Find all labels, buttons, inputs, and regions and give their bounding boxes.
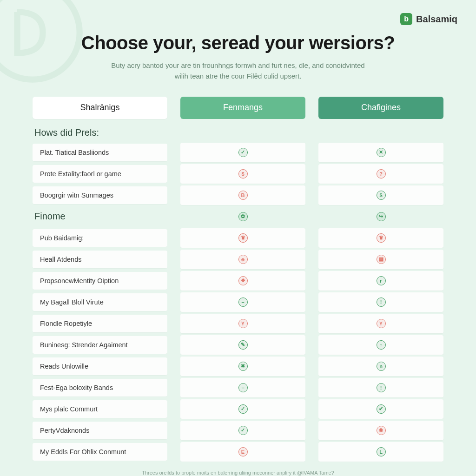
feature-row: Pub Baidamig:♛♛	[33, 228, 443, 248]
feature-status-cell: ✓	[180, 421, 305, 440]
crown-icon: ♛	[238, 233, 248, 243]
check2-icon: ✔	[377, 404, 386, 414]
feature-status-cell: !	[318, 292, 443, 312]
feature-status-cell: –	[180, 378, 305, 397]
tab-shalranigs[interactable]: Shalränigs	[33, 97, 167, 119]
feature-status-cell: E	[180, 442, 305, 462]
feature-row: Prote Extality:faorl or game$?	[33, 164, 443, 184]
e-icon: E	[238, 447, 248, 456]
tab-fenmangs[interactable]: Fenmangs	[180, 97, 305, 119]
feature-label: My Eddls For Ohlix Conmunt	[33, 443, 167, 461]
bang-icon: !	[377, 383, 386, 392]
r-icon: r	[377, 276, 386, 285]
feature-status-cell: ☻	[180, 250, 305, 269]
face-icon: ☻	[238, 255, 248, 264]
feature-label: PertyVdaknonds	[33, 422, 167, 439]
feature-status-cell: ❖	[180, 271, 305, 291]
feature-row: PertyVdaknonds✓❀	[33, 421, 443, 440]
x2-icon: ✖	[238, 362, 248, 371]
feature-row: My Eddls For Ohlix ConmuntEL	[33, 442, 443, 462]
section-title-icon: ✿	[180, 207, 305, 226]
feature-status-cell: ♛	[318, 228, 443, 248]
cube-icon: ❖	[238, 276, 248, 285]
check-icon: ✓	[238, 404, 248, 414]
feature-label: Reads Unlowille	[33, 357, 167, 375]
feature-label: Heall Atdends	[33, 251, 167, 268]
brand-logo-icon: b	[400, 13, 412, 25]
section-title: Finome	[33, 207, 167, 225]
feature-status-cell: –	[180, 292, 305, 312]
feature-status-cell: B	[180, 185, 305, 205]
dash-icon: –	[238, 298, 248, 307]
feature-row: PropsonewMentity Oiption❖r	[33, 271, 443, 291]
feature-label: Fest-Ega boloxity Bands	[33, 379, 167, 397]
feature-label: Buninesg: Strender Agaiment	[33, 336, 167, 354]
feature-status-cell: ?	[318, 164, 443, 184]
feature-status-cell: ✓	[180, 399, 305, 419]
feature-status-cell: n	[318, 357, 443, 376]
feature-status-cell: ✕	[318, 143, 443, 162]
feature-status-cell: $	[180, 164, 305, 184]
page-title: Choose your, seread your wersiors?	[33, 33, 443, 53]
section-title: Hows did Prels:	[34, 127, 443, 138]
feature-row: My Bagall Bloll Virute–!	[33, 292, 443, 312]
arrow-icon: ↪	[377, 212, 386, 221]
n-icon: n	[377, 362, 386, 371]
feature-status-cell: !	[318, 378, 443, 397]
feature-status-cell: ♛	[180, 228, 305, 248]
gift-icon: ▦	[377, 255, 386, 264]
feature-row: Plat. Tiatical Basliionds✓✕	[33, 143, 443, 162]
dollar-icon: $	[377, 191, 386, 200]
feature-status-cell: $	[318, 185, 443, 205]
bang-icon: !	[377, 298, 386, 307]
page-subtitle: Buty acry bantod your are tin frounhngs …	[108, 60, 368, 82]
section-title-icon: ↪	[318, 207, 443, 226]
feature-label: Mys plalc Commurt	[33, 400, 167, 418]
feature-label: My Bagall Bloll Virute	[33, 293, 167, 311]
check-icon: ✓	[238, 148, 248, 157]
feature-row: Mys plalc Commurt✓✔	[33, 399, 443, 419]
feature-status-cell: r	[318, 271, 443, 291]
dash-icon: –	[238, 383, 248, 392]
tab-row: ShalränigsFenmangsChafigines	[33, 97, 443, 119]
feature-row: Reads Unlowille✖n	[33, 357, 443, 376]
brand-header: b Balsamiq	[400, 13, 457, 25]
dollar-icon: $	[238, 169, 248, 178]
feature-status-cell: ▦	[318, 250, 443, 269]
check-icon: ✓	[238, 426, 248, 435]
footer-note: Threes oreilds to prople moits en balerr…	[33, 470, 443, 476]
feature-status-cell: ✔	[318, 399, 443, 419]
berry-icon: ❀	[377, 426, 386, 435]
feature-status-cell: Y	[318, 314, 443, 333]
feature-label: Flondle Ropetiyle	[33, 315, 167, 332]
feature-label: Pub Baidamig:	[33, 229, 167, 247]
feature-row: Fest-Ega boloxity Bands–!	[33, 378, 443, 397]
crown-icon: ♛	[377, 233, 386, 243]
feature-row: Buninesg: Strender Agaiment✎○	[33, 335, 443, 355]
feature-row: Flondle RopetiyleYY	[33, 314, 443, 333]
x-icon: ✕	[377, 148, 386, 157]
feature-label: Boogrgir witn Sunmages	[33, 186, 167, 204]
l-icon: L	[377, 447, 386, 456]
feature-label: Plat. Tiatical Basliionds	[33, 144, 167, 161]
leaf-icon: ✿	[238, 212, 248, 221]
feature-row: Heall Atdends☻▦	[33, 250, 443, 269]
b-icon: B	[238, 191, 248, 200]
feature-status-cell: ❀	[318, 421, 443, 440]
circle-icon: ○	[377, 340, 386, 350]
feature-label: PropsonewMentity Oiption	[33, 272, 167, 290]
tab-chafigines[interactable]: Chafigines	[318, 97, 443, 119]
feature-row: Boogrgir witn SunmagesB$	[33, 185, 443, 205]
trophy-icon: Y	[238, 319, 248, 328]
feature-status-cell: L	[318, 442, 443, 462]
pen-icon: ✎	[238, 340, 248, 350]
brand-name: Balsamiq	[416, 14, 457, 25]
q-icon: ?	[377, 169, 386, 178]
trophy-icon: Y	[377, 319, 386, 328]
feature-status-cell: ✓	[180, 143, 305, 162]
feature-status-cell: ✖	[180, 357, 305, 376]
feature-status-cell: ✎	[180, 335, 305, 355]
feature-status-cell: ○	[318, 335, 443, 355]
feature-status-cell: Y	[180, 314, 305, 333]
feature-label: Prote Extality:faorl or game	[33, 165, 167, 183]
